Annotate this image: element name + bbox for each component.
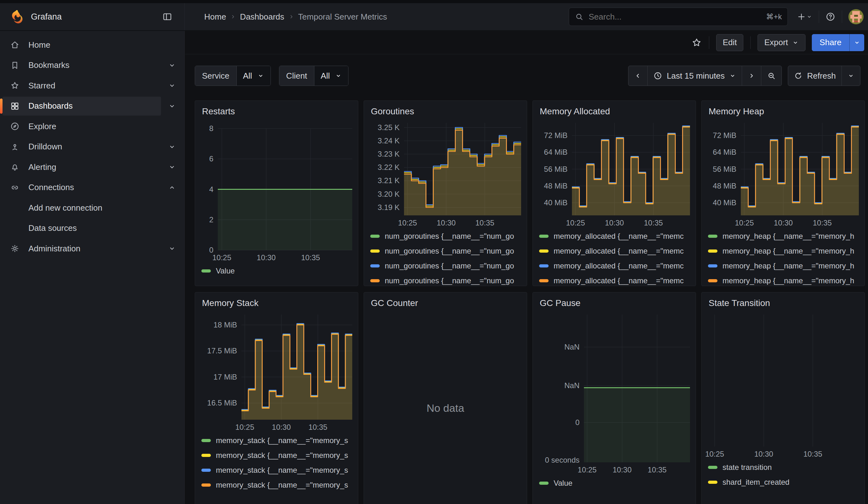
legend-item[interactable]: Value (202, 263, 352, 278)
sidebar-item-label: Home (28, 40, 50, 50)
svg-text:10:25: 10:25 (578, 465, 597, 474)
breadcrumb-item-home[interactable]: Home (204, 12, 226, 22)
variable-value-dropdown[interactable]: All (237, 66, 270, 85)
chevron-down-icon[interactable] (168, 143, 176, 151)
chart-memory-heap[interactable]: 72 MiB64 MiB56 MiB48 MiB40 MiB10:2510:30… (705, 119, 861, 228)
svg-text:10:35: 10:35 (648, 465, 666, 474)
sidebar-item-label: Add new connection (28, 203, 102, 213)
sidebar-item-connections[interactable]: Connections (0, 177, 184, 198)
search-input[interactable]: ⌘+k (569, 8, 788, 26)
share-button[interactable]: Share (812, 34, 849, 51)
legend-label: num_goroutines {__name__="num_go (385, 261, 514, 270)
legend-item[interactable]: memory_allocated {__name__="memc (539, 258, 689, 273)
chevron-right-icon (748, 72, 755, 80)
chevron-down-icon[interactable] (168, 163, 176, 171)
legend-item[interactable]: Value (539, 475, 689, 491)
legend-item[interactable]: num_goroutines {__name__="num_go (370, 273, 520, 286)
legend-item[interactable]: memory_stack {__name__="memory_s (202, 433, 352, 448)
legend-item[interactable]: state transition (708, 460, 858, 475)
chevron-down-icon (854, 39, 860, 46)
legend-item[interactable]: num_goroutines {__name__="num_go (370, 229, 520, 244)
legend-item[interactable]: memory_heap {__name__="memory_h (708, 229, 858, 244)
sidebar-item-home[interactable]: Home (0, 35, 184, 55)
legend-item[interactable]: num_goroutines {__name__="num_go (370, 244, 520, 258)
export-button[interactable]: Export (757, 34, 805, 51)
sidebar-item-administration[interactable]: Administration (0, 238, 184, 259)
refresh-interval-chevron[interactable] (841, 66, 860, 85)
panel-title-gc-counter[interactable]: GC Counter (364, 292, 527, 311)
chart-state-transition[interactable]: 10:2510:3010:35 (705, 311, 861, 459)
time-range-picker[interactable]: Last 15 minutes (647, 66, 742, 85)
chart-memory-allocated[interactable]: 72 MiB64 MiB56 MiB48 MiB40 MiB10:2510:30… (537, 119, 693, 228)
panel-title-memory-allocated[interactable]: Memory Allocated (533, 101, 696, 119)
share-chevron-button[interactable] (849, 34, 864, 51)
legend-item[interactable]: memory_allocated {__name__="memc (539, 273, 689, 286)
chart-goroutines[interactable]: 3.25 K3.24 K3.23 K3.22 K3.21 K3.20 K3.19… (368, 119, 524, 228)
legend-item[interactable]: num_goroutines {__name__="num_go (370, 258, 520, 273)
legend-item[interactable]: memory_allocated {__name__="memc (539, 229, 689, 244)
add-button[interactable] (797, 12, 813, 21)
svg-text:NaN: NaN (564, 381, 579, 390)
panel-title-state-transition[interactable]: State Transition (702, 292, 865, 311)
legend-item[interactable]: memory_stack {__name__="memory_s (202, 448, 352, 463)
sidebar-item-data-sources[interactable]: Data sources (0, 218, 184, 239)
chevron-up-icon[interactable] (168, 184, 176, 192)
legend-item[interactable]: memory_heap {__name__="memory_h (708, 244, 858, 258)
favorite-star-button[interactable] (691, 37, 702, 48)
sidebar-item-label: Alerting (28, 162, 56, 172)
time-range-label: Last 15 minutes (666, 71, 725, 81)
svg-text:10:35: 10:35 (308, 423, 327, 431)
legend-item[interactable]: memory_heap {__name__="memory_h (708, 258, 858, 273)
legend-memory-heap: memory_heap {__name__="memory_hmemory_he… (702, 228, 865, 286)
legend-label: memory_heap {__name__="memory_h (723, 247, 854, 256)
help-button[interactable] (825, 12, 836, 22)
variable-value-dropdown[interactable]: All (314, 66, 348, 85)
legend-item[interactable]: memory_heap {__name__="memory_h (708, 273, 858, 286)
chevron-down-icon[interactable] (168, 81, 176, 90)
legend-label: Value (554, 479, 572, 487)
chevron-down-icon[interactable] (168, 245, 176, 253)
sidebar-item-drilldown[interactable]: Drilldown (0, 137, 184, 157)
chevron-down-icon[interactable] (168, 61, 176, 70)
legend-item[interactable]: memory_allocated {__name__="memc (539, 244, 689, 258)
bell-icon (10, 162, 20, 172)
chart-restarts[interactable]: 8642010:2510:3010:35 (199, 119, 355, 263)
sidebar-toggle-icon[interactable] (162, 12, 172, 22)
svg-text:3.24 K: 3.24 K (378, 136, 400, 145)
legend-item[interactable]: memory_stack {__name__="memory_s (202, 463, 352, 477)
svg-text:40 MiB: 40 MiB (713, 198, 736, 207)
panel-memory-allocated: Memory Allocated72 MiB64 MiB56 MiB48 MiB… (533, 101, 696, 286)
sidebar-item-starred[interactable]: Starred (0, 75, 184, 96)
zoom-out-button[interactable] (761, 66, 782, 85)
sidebar-item-explore[interactable]: Explore (0, 116, 184, 137)
svg-text:3.25 K: 3.25 K (378, 123, 400, 132)
panel-title-gc-pause[interactable]: GC Pause (533, 292, 696, 311)
legend-color-dash (202, 269, 211, 272)
breadcrumb-item-dashboards[interactable]: Dashboards (240, 12, 284, 22)
avatar[interactable] (848, 9, 864, 24)
sidebar-item-bookmarks[interactable]: Bookmarks (0, 55, 184, 76)
panel-title-memory-heap[interactable]: Memory Heap (702, 101, 865, 119)
time-forward-button[interactable] (742, 66, 761, 85)
variable-service: ServiceAll (195, 66, 271, 86)
chevron-down-icon[interactable] (168, 102, 176, 110)
sidebar-item-alerting[interactable]: Alerting (0, 157, 184, 177)
panel-title-goroutines[interactable]: Goroutines (364, 101, 527, 119)
chart-memory-stack[interactable]: 18 MiB17.5 MiB17 MiB16.5 MiB10:2510:3010… (199, 311, 355, 432)
chart-gc-pause[interactable]: NaNNaN00 seconds10:2510:3010:35 (537, 311, 693, 475)
legend-color-dash (539, 264, 549, 267)
svg-text:10:30: 10:30 (272, 423, 291, 431)
legend-item[interactable]: memory_stack {__name__="memory_s (202, 477, 352, 492)
panel-title-restarts[interactable]: Restarts (195, 101, 358, 119)
legend-color-dash (539, 235, 549, 238)
panel-gc-counter: GC CounterNo data (364, 292, 527, 504)
svg-text:64 MiB: 64 MiB (544, 148, 568, 156)
legend-label: memory_allocated {__name__="memc (554, 276, 684, 285)
time-back-button[interactable] (628, 66, 647, 85)
sidebar-item-add-new-connection[interactable]: Add new connection (0, 198, 184, 218)
edit-button[interactable]: Edit (716, 34, 744, 51)
refresh-button[interactable]: Refresh (788, 66, 841, 85)
legend-item[interactable]: shard_item_created (708, 475, 858, 490)
sidebar-item-dashboards[interactable]: Dashboards (0, 96, 184, 116)
panel-title-memory-stack[interactable]: Memory Stack (195, 292, 358, 311)
